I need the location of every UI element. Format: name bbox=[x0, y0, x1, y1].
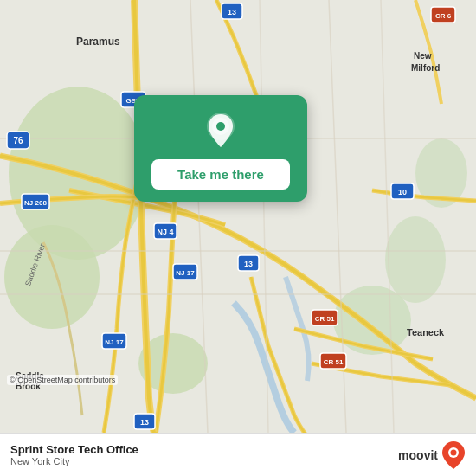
map-container[interactable]: Paramus New Milford Saddle Brook Teaneck… bbox=[0, 0, 476, 433]
svg-point-6 bbox=[333, 286, 411, 355]
osm-credit: © OpenStreetMap contributors bbox=[7, 375, 118, 385]
moovit-logo: moovit bbox=[398, 441, 466, 469]
svg-text:Paramus: Paramus bbox=[76, 35, 120, 48]
location-pin-icon bbox=[201, 111, 241, 151]
take-me-there-button[interactable]: Take me there bbox=[151, 159, 290, 190]
svg-text:13: 13 bbox=[228, 8, 236, 16]
popup-card: Take me there bbox=[134, 95, 307, 202]
svg-text:13: 13 bbox=[140, 418, 149, 427]
svg-text:CR 6: CR 6 bbox=[435, 12, 452, 20]
svg-point-2 bbox=[4, 225, 100, 329]
svg-point-49 bbox=[216, 122, 225, 131]
svg-text:Milford: Milford bbox=[411, 63, 440, 73]
svg-text:CR 51: CR 51 bbox=[315, 315, 335, 323]
svg-text:Teaneck: Teaneck bbox=[407, 327, 445, 338]
svg-point-51 bbox=[451, 449, 457, 455]
svg-point-4 bbox=[385, 216, 446, 303]
svg-text:NJ 17: NJ 17 bbox=[176, 269, 195, 277]
location-name: Sprint Store Tech Office bbox=[10, 443, 138, 456]
svg-text:13: 13 bbox=[244, 260, 253, 268]
svg-text:NJ 17: NJ 17 bbox=[105, 338, 124, 346]
svg-text:NJ 4: NJ 4 bbox=[157, 228, 173, 236]
svg-text:NJ 208: NJ 208 bbox=[24, 199, 47, 207]
svg-text:76: 76 bbox=[13, 136, 23, 145]
location-city: New York City bbox=[10, 456, 138, 466]
moovit-logo-icon bbox=[441, 441, 466, 469]
moovit-brand-text: moovit bbox=[398, 448, 438, 462]
svg-text:New: New bbox=[414, 51, 432, 61]
svg-text:CR 51: CR 51 bbox=[324, 358, 344, 366]
svg-text:10: 10 bbox=[398, 188, 407, 196]
bottom-bar: Sprint Store Tech Office New York City m… bbox=[0, 433, 476, 476]
location-info: Sprint Store Tech Office New York City bbox=[10, 443, 138, 466]
